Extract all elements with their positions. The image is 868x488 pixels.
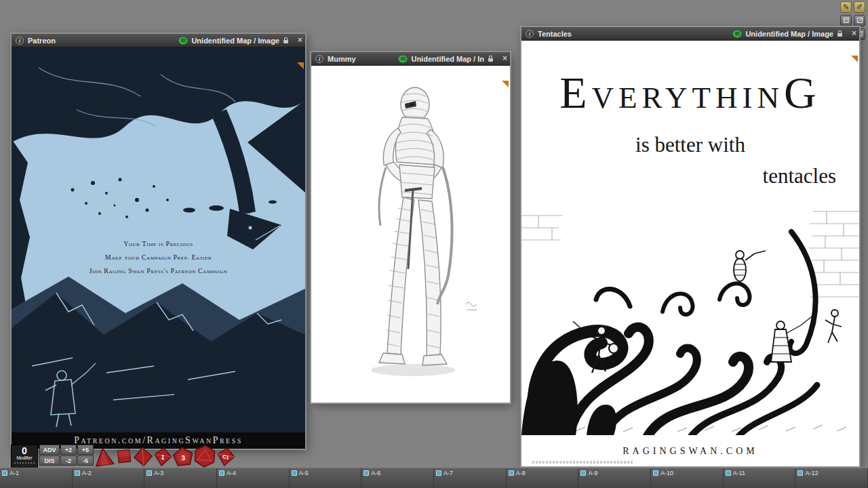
patreon-taglines: Your Time is Precious Make your Campaign…: [12, 240, 305, 274]
poster-subline: is better with: [521, 133, 859, 157]
hotkey-chip-icon: [292, 470, 297, 476]
hotkey-slot[interactable]: A-8: [507, 468, 579, 488]
hotkey-bar: A-1 A-2 A-3 A-4 A-5 A-6 A-7 A-8 A-9 A-10…: [0, 468, 868, 488]
hotkey-slot[interactable]: A-3: [144, 468, 217, 488]
close-icon[interactable]: ×: [502, 52, 507, 64]
poster-heading: EVERYTHING: [521, 70, 859, 115]
patreon-artwork[interactable]: Your Time is Precious Make your Campaign…: [12, 47, 305, 432]
credit-text: [532, 461, 634, 464]
radial-pin-icon[interactable]: [851, 56, 858, 62]
hotkey-chip-icon: [219, 470, 224, 476]
heading-middle: VERYTHIN: [592, 81, 784, 115]
titlebar-right-group: ID Unidentified Map / Image: [732, 30, 843, 38]
hotkey-label: A-3: [154, 470, 163, 476]
tentacles-illustration: [521, 205, 859, 435]
plus2-button[interactable]: +2: [60, 445, 77, 455]
d100-die[interactable]: C1: [213, 443, 238, 470]
window-title: Patreon: [28, 37, 56, 45]
tentacles-titlebar[interactable]: i Tentacles ID Unidentified Map / Image …: [521, 27, 859, 41]
hotkey-chip-icon: [363, 470, 369, 476]
mummy-window[interactable]: i Mummy ID Unidentified Map / In ×: [311, 52, 510, 403]
heading-letter: E: [559, 68, 591, 117]
info-icon[interactable]: i: [16, 37, 24, 45]
patreon-tagline: Join Raging Swan Press's Patreon Campaig…: [12, 267, 305, 274]
hotkey-chip-icon: [653, 470, 658, 476]
draw-tool-row: ✎ ✐: [840, 1, 865, 13]
window-type-label: Unidentified Map / Image: [191, 37, 279, 45]
patreon-tagline: Your Time is Precious: [12, 240, 305, 247]
hotkey-slot[interactable]: A-2: [73, 468, 145, 488]
hotkey-slot[interactable]: A-7: [434, 468, 507, 488]
patreon-titlebar[interactable]: i Patreon ID Unidentified Map / Image ×: [12, 34, 305, 47]
modifier-buttons: ADV +2 +5 DIS -2 -5: [39, 445, 94, 470]
hotkey-chip-icon: [146, 470, 152, 476]
hotkey-label: A-5: [299, 470, 309, 476]
hotkey-label: A-1: [9, 470, 19, 476]
pointer-tool-icon[interactable]: ✐: [854, 1, 865, 13]
lock-icon[interactable]: [837, 30, 843, 37]
dis-button[interactable]: DIS: [39, 455, 60, 466]
hotkey-slot[interactable]: A-12: [795, 468, 868, 488]
heading-letter: G: [784, 68, 821, 117]
id-badge-icon: ID: [732, 30, 742, 38]
mummy-illustration: [311, 66, 510, 403]
window-title: Tentacles: [538, 30, 572, 38]
hotkey-label: A-8: [516, 470, 526, 476]
svg-text:C1: C1: [222, 453, 229, 461]
window-type-label: Unidentified Map / Image: [745, 30, 833, 38]
close-icon[interactable]: ×: [852, 27, 856, 39]
radial-pin-icon[interactable]: [502, 81, 509, 87]
patreon-window[interactable]: i Patreon ID Unidentified Map / Image ×: [12, 34, 305, 449]
close-icon[interactable]: ×: [298, 34, 302, 46]
lock-icon[interactable]: [488, 55, 494, 62]
hotkey-label: A-2: [82, 470, 92, 476]
hotkey-chip-icon: [797, 470, 803, 476]
hotkey-slot[interactable]: A-4: [217, 468, 290, 488]
modifier-box[interactable]: 0 Modifier: [11, 445, 38, 470]
hotkey-label: A-4: [226, 470, 236, 476]
die-shortcut-icon[interactable]: ⚄: [840, 15, 852, 26]
hotkey-chip-icon: [2, 470, 7, 476]
hotkey-slot[interactable]: A-11: [724, 468, 796, 488]
hotkey-slot[interactable]: A-5: [290, 468, 362, 488]
pencil-tool-icon[interactable]: ✎: [840, 1, 852, 13]
hotkey-slot[interactable]: A-6: [361, 468, 434, 488]
poster-footer-url: RAGINGSWAN.COM: [521, 446, 859, 457]
modifier-value: 0: [12, 446, 37, 455]
hotkey-label: A-7: [443, 470, 453, 476]
lock-icon[interactable]: [283, 37, 289, 44]
modifier-stack: 0 Modifier ADV +2 +5 DIS -2 -5: [11, 445, 94, 470]
info-icon[interactable]: i: [526, 30, 534, 38]
hotkey-slot[interactable]: A-10: [651, 468, 724, 488]
modifier-pips: [12, 462, 37, 464]
adv-button[interactable]: ADV: [39, 445, 60, 455]
mummy-artwork[interactable]: [311, 66, 510, 403]
titlebar-right-group: ID Unidentified Map / Image: [178, 37, 289, 45]
tentacles-poster[interactable]: EVERYTHING is better with tentacles: [521, 41, 859, 466]
modifier-label: Modifier: [12, 455, 37, 461]
hotkey-label: A-9: [588, 470, 597, 476]
radial-pin-icon[interactable]: [297, 62, 304, 69]
hotkey-label: A-10: [660, 470, 673, 476]
die-shortcut-icon[interactable]: ⚂: [854, 15, 865, 26]
hotkey-chip-icon: [436, 470, 441, 476]
titlebar-right-group: ID Unidentified Map / In: [398, 55, 494, 63]
hotkey-chip-icon: [726, 470, 731, 476]
hotkey-chip-icon: [509, 470, 514, 476]
dice-tray: 1 3 C1: [95, 444, 237, 468]
poster-subline-2: tentacles: [521, 164, 859, 188]
hotkey-label: A-12: [805, 470, 818, 476]
id-badge-icon: ID: [178, 37, 188, 45]
minus5-button[interactable]: -5: [77, 455, 94, 466]
minus2-button[interactable]: -2: [60, 455, 77, 466]
mummy-titlebar[interactable]: i Mummy ID Unidentified Map / In ×: [311, 52, 510, 66]
hotkey-slot[interactable]: A-9: [578, 468, 651, 488]
info-icon[interactable]: i: [315, 55, 323, 63]
window-type-label: Unidentified Map / In: [411, 55, 484, 63]
hotkey-slot[interactable]: A-1: [0, 468, 73, 488]
patreon-tagline: Make your Campaign Prep. Easier: [12, 253, 305, 261]
tentacles-window[interactable]: i Tentacles ID Unidentified Map / Image …: [521, 27, 859, 466]
hotkey-label: A-11: [733, 470, 745, 476]
window-title: Mummy: [328, 55, 356, 63]
id-badge-icon: ID: [398, 55, 408, 63]
